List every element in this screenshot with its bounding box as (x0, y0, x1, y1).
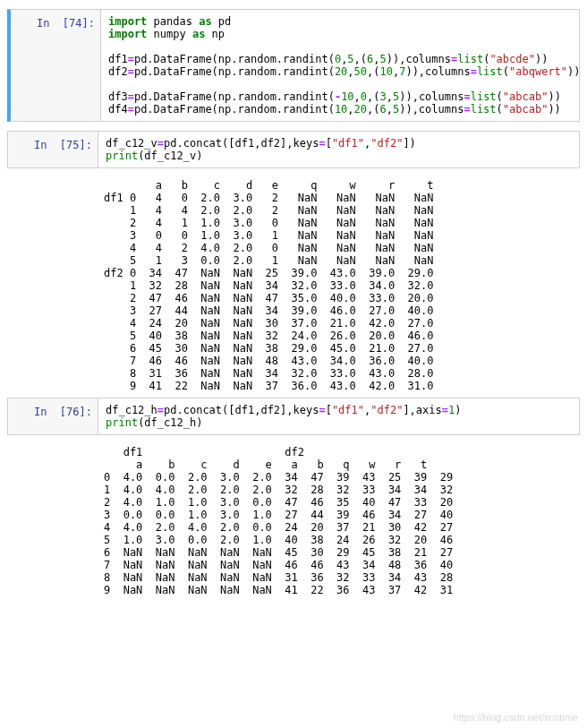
input-prompt-74: In [74]: (11, 10, 100, 121)
code-cell-74: In [74]: import pandas as pd import nump… (7, 9, 580, 122)
output-prompt-75 (7, 177, 97, 398)
input-prompt-75: In [75]: (8, 132, 98, 167)
code-area-74[interactable]: import pandas as pd import numpy as np d… (100, 10, 579, 121)
code-area-75[interactable]: df_c12_v=pd.concat([df1,df2],keys=["df1"… (98, 132, 579, 167)
output-prompt-76 (7, 444, 97, 602)
input-prompt-76: In [76]: (8, 398, 98, 434)
code-area-76[interactable]: df_c12_h=pd.concat([df1,df2],keys=["df1"… (98, 398, 579, 434)
output-text-75: a b c d e q w r t df1 0 4 0 2.0 3.0 2 Na… (97, 177, 580, 398)
output-row-75: a b c d e q w r t df1 0 4 0 2.0 3.0 2 Na… (7, 177, 580, 398)
output-row-76: df1 df2 a b c d e a b q w r t 0 4.0 0.0 … (7, 444, 580, 602)
code-cell-76: In [76]: df_c12_h=pd.concat([df1,df2],ke… (7, 398, 580, 435)
output-text-76: df1 df2 a b c d e a b q w r t 0 4.0 0.0 … (97, 444, 580, 602)
code-cell-75: In [75]: df_c12_v=pd.concat([df1,df2],ke… (7, 131, 580, 168)
